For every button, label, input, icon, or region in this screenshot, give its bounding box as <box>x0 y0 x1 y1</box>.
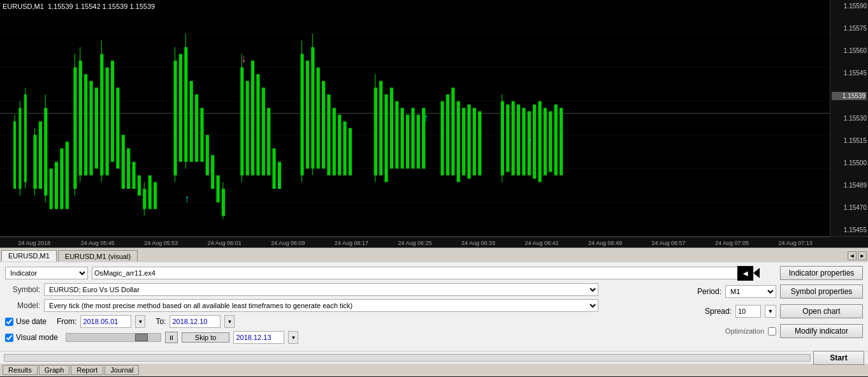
use-date-checkbox-row: Use date <box>5 317 47 326</box>
spread-row: Spread: ▼ Open chart <box>627 304 863 318</box>
to-date-input[interactable] <box>170 315 221 328</box>
period-select[interactable]: M1 M5 M15 H1 <box>725 285 776 298</box>
svg-rect-37 <box>138 175 141 196</box>
svg-rect-20 <box>60 149 63 209</box>
spread-dropdown-button[interactable]: ▼ <box>765 305 776 318</box>
svg-rect-18 <box>50 168 53 209</box>
svg-rect-82 <box>401 108 404 168</box>
skip-to-button[interactable]: Skip to <box>182 332 230 343</box>
symbol-properties-button[interactable]: Symbol properties <box>780 285 863 299</box>
time-10: 24 Aug 06:57 <box>637 240 700 246</box>
tab-prev-button[interactable]: ◄ <box>848 251 857 260</box>
pause-button[interactable]: ⏸ <box>165 332 178 343</box>
svg-rect-89 <box>451 87 454 175</box>
svg-rect-60 <box>262 87 265 175</box>
visual-mode-label: Visual mode <box>16 333 58 342</box>
svg-rect-94 <box>478 111 481 175</box>
time-0: 24 Aug 2018 <box>3 240 66 246</box>
svg-rect-87 <box>440 101 444 175</box>
speed-slider[interactable] <box>66 333 161 342</box>
skip-date-picker-button[interactable]: ▼ <box>288 331 298 344</box>
svg-rect-52 <box>216 175 219 202</box>
svg-rect-40 <box>148 175 152 209</box>
svg-rect-78 <box>379 81 382 175</box>
bottom-tab-graph[interactable]: Graph <box>39 365 70 375</box>
chart-info: EURUSD,M1 1.15539 1.15542 1.15539 1.1553… <box>3 3 155 10</box>
chart-price-info: 1.15539 1.15542 1.15539 1.15539 <box>48 3 155 10</box>
time-4: 24 Aug 06:09 <box>256 240 320 246</box>
svg-rect-15 <box>39 121 42 189</box>
svg-rect-100 <box>522 108 525 175</box>
bottom-tab-bar: Results Graph Report Journal <box>0 364 868 376</box>
svg-rect-49 <box>200 108 203 162</box>
svg-rect-81 <box>395 101 398 169</box>
svg-rect-75 <box>349 128 352 175</box>
from-date-picker-button[interactable]: ▼ <box>135 315 145 328</box>
skip-to-date-input[interactable] <box>233 331 284 344</box>
indicator-name-input[interactable] <box>92 267 753 279</box>
bottom-tab-journal[interactable]: Journal <box>105 365 139 375</box>
spread-input[interactable] <box>735 305 761 318</box>
svg-rect-66 <box>306 61 309 168</box>
svg-rect-32 <box>111 61 114 162</box>
bottom-tab-results[interactable]: Results <box>3 365 38 375</box>
open-chart-button[interactable]: Open chart <box>780 304 863 318</box>
period-row: Period: M1 M5 M15 H1 Symbol properties <box>627 285 863 299</box>
svg-rect-31 <box>106 68 109 175</box>
svg-rect-88 <box>446 94 449 175</box>
tab-nav: ◄ ► <box>848 251 867 260</box>
svg-rect-47 <box>190 81 193 162</box>
time-8: 24 Aug 06:41 <box>510 240 574 246</box>
svg-rect-83 <box>406 115 409 169</box>
svg-rect-33 <box>116 87 119 168</box>
svg-text:↑: ↑ <box>277 179 282 191</box>
price-5: 1.15530 <box>832 115 867 122</box>
optimization-label: Optimization <box>725 327 764 335</box>
svg-rect-99 <box>517 105 520 175</box>
optimization-checkbox[interactable] <box>768 327 776 336</box>
time-axis: 24 Aug 2018 24 Aug 05:45 24 Aug 05:53 24… <box>0 237 830 248</box>
svg-rect-107 <box>560 108 563 175</box>
svg-rect-106 <box>554 105 558 175</box>
indicator-type-select[interactable]: Indicator Expert Advisor Script <box>5 267 88 279</box>
chart-title: EURUSD,M1 <box>3 3 44 10</box>
price-current: 1.15539 <box>832 92 867 100</box>
svg-rect-93 <box>473 108 476 175</box>
svg-rect-72 <box>333 108 336 175</box>
symbol-select[interactable]: EURUSD; Euro Vs US Dollar <box>44 283 598 296</box>
bottom-tab-report[interactable]: Report <box>71 365 103 375</box>
time-12: 24 Aug 07:13 <box>763 240 827 246</box>
use-date-checkbox[interactable] <box>5 318 13 326</box>
price-axis: 1.15590 1.15575 1.15560 1.15545 1.15539 … <box>830 0 868 236</box>
indicator-properties-button[interactable]: Indicator properties <box>780 266 863 280</box>
tab-eurusd-m1-visual[interactable]: EURUSD,M1 (visual) <box>58 250 138 262</box>
svg-rect-50 <box>206 135 209 175</box>
slider-thumb[interactable] <box>135 334 148 341</box>
from-date-input[interactable] <box>80 315 131 328</box>
svg-rect-58 <box>251 61 254 175</box>
svg-rect-102 <box>533 105 536 179</box>
svg-text:↑: ↑ <box>528 135 533 147</box>
svg-rect-59 <box>256 74 259 175</box>
visual-mode-checkbox[interactable] <box>5 334 13 342</box>
start-button[interactable]: Start <box>813 351 864 365</box>
price-4: 1.15545 <box>832 70 867 77</box>
svg-rect-41 <box>154 182 157 209</box>
to-date-picker-button[interactable]: ▼ <box>224 315 235 328</box>
time-11: 24 Aug 07:05 <box>700 240 764 246</box>
model-select[interactable]: Every tick (the most precise method base… <box>44 299 598 312</box>
progress-area: Start <box>0 351 868 364</box>
tab-next-button[interactable]: ► <box>858 251 867 260</box>
svg-text:↑: ↑ <box>184 193 189 205</box>
svg-rect-26 <box>84 74 87 175</box>
time-5: 24 Aug 06:17 <box>320 240 384 246</box>
indicator-row: Indicator Expert Advisor Script ◄ Indica… <box>5 266 863 280</box>
svg-rect-28 <box>95 87 98 168</box>
svg-rect-80 <box>390 87 393 168</box>
svg-rect-61 <box>267 108 270 175</box>
period-label: Period: <box>697 287 721 296</box>
symbol-label: Symbol: <box>5 285 40 294</box>
modify-indicator-button[interactable]: Modify indicator <box>780 324 863 338</box>
time-7: 24 Aug 06:33 <box>447 240 510 246</box>
tab-eurusd-m1[interactable]: EURUSD,M1 <box>1 250 57 262</box>
